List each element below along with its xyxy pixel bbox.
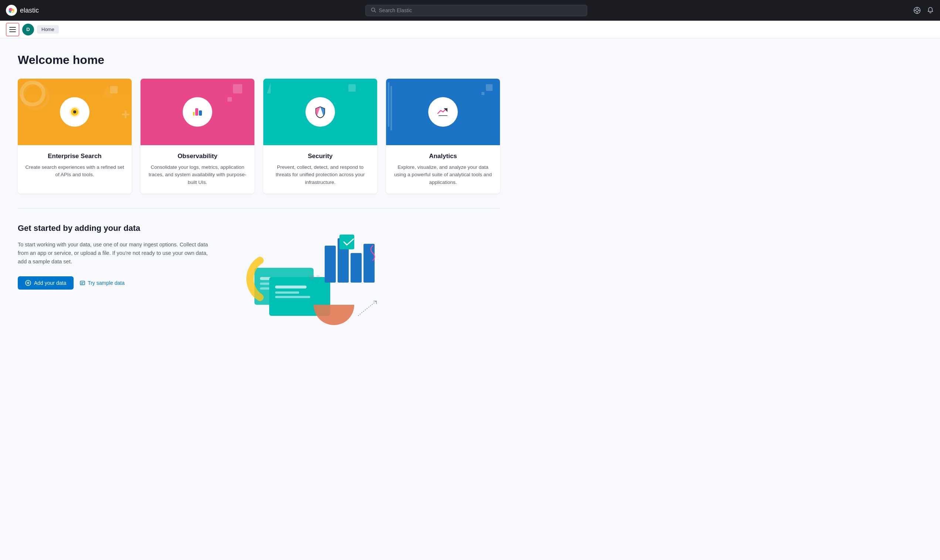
observability-desc: Consolidate your logs, metrics, applicat… xyxy=(148,164,247,186)
try-sample-data-button[interactable]: Try sample data xyxy=(80,280,125,286)
observability-card-body: Observability Consolidate your logs, met… xyxy=(140,145,255,194)
analytics-icon xyxy=(428,97,458,127)
enterprise-search-card[interactable]: + Enterprise Search Create search experi… xyxy=(18,79,132,194)
hamburger-line-3 xyxy=(9,31,16,32)
svg-rect-17 xyxy=(199,111,202,115)
get-started-section: Get started by adding your data To start… xyxy=(18,223,500,327)
add-data-icon xyxy=(25,280,31,286)
observability-card[interactable]: Observability Consolidate your logs, met… xyxy=(140,79,255,194)
observability-icon xyxy=(183,97,212,127)
svg-text:+: + xyxy=(121,106,130,122)
analytics-card-body: Analytics Explore, visualize, and analyz… xyxy=(386,145,500,194)
page-title: Welcome home xyxy=(18,53,500,67)
analytics-card-image xyxy=(386,79,500,145)
observability-card-image xyxy=(140,79,255,145)
nav-icons xyxy=(914,7,934,14)
help-icon-button[interactable] xyxy=(914,7,921,14)
hamburger-menu-button[interactable] xyxy=(6,23,19,36)
elastic-logo[interactable]: elastic xyxy=(6,5,39,16)
svg-marker-19 xyxy=(267,82,271,94)
sub-navigation: D Home xyxy=(0,21,940,38)
user-avatar[interactable]: D xyxy=(22,24,34,35)
security-card-body: Security Prevent, collect, detect, and r… xyxy=(263,145,377,194)
search-bar-wrapper: Search Elastic xyxy=(43,5,909,16)
get-started-illustration xyxy=(232,223,387,327)
logo-text: elastic xyxy=(20,7,39,14)
breadcrumb-home[interactable]: Home xyxy=(37,25,59,34)
observability-title: Observability xyxy=(148,152,247,160)
svg-rect-39 xyxy=(275,291,299,294)
svg-rect-38 xyxy=(275,286,307,289)
svg-rect-20 xyxy=(348,84,356,92)
enterprise-search-card-image: + xyxy=(18,79,132,145)
enterprise-search-desc: Create search experiences with a refined… xyxy=(25,164,124,179)
get-started-actions: Add your data Try sample data xyxy=(18,276,218,289)
svg-line-2 xyxy=(374,11,376,12)
security-card-image xyxy=(263,79,377,145)
svg-rect-14 xyxy=(233,84,242,94)
svg-rect-18 xyxy=(193,112,194,115)
svg-rect-44 xyxy=(364,244,375,283)
svg-rect-21 xyxy=(388,82,389,127)
try-sample-data-label: Try sample data xyxy=(88,280,125,286)
elastic-logo-icon xyxy=(6,5,17,16)
section-divider xyxy=(18,208,500,209)
add-data-button[interactable]: Add your data xyxy=(18,276,74,289)
svg-rect-43 xyxy=(350,253,362,283)
svg-rect-41 xyxy=(325,246,336,283)
analytics-desc: Explore, visualize, and analyze your dat… xyxy=(394,164,492,186)
svg-rect-24 xyxy=(482,92,485,95)
svg-rect-22 xyxy=(391,86,392,131)
hamburger-line-2 xyxy=(9,29,16,30)
svg-rect-47 xyxy=(310,275,314,280)
svg-point-4 xyxy=(916,9,918,12)
security-icon xyxy=(306,97,335,127)
svg-line-46 xyxy=(358,301,377,316)
search-placeholder: Search Elastic xyxy=(379,8,412,13)
svg-rect-10 xyxy=(110,86,117,94)
search-bar[interactable]: Search Elastic xyxy=(365,5,587,16)
svg-point-13 xyxy=(73,111,76,114)
svg-rect-15 xyxy=(227,97,232,102)
search-icon xyxy=(371,8,376,14)
sample-data-icon xyxy=(80,280,85,286)
illustration-svg xyxy=(232,223,387,327)
svg-rect-23 xyxy=(486,84,492,91)
get-started-text-block: Get started by adding your data To start… xyxy=(18,223,218,290)
svg-rect-16 xyxy=(195,108,198,115)
main-content: Welcome home + xyxy=(0,38,518,342)
enterprise-search-title: Enterprise Search xyxy=(25,152,124,160)
get-started-title: Get started by adding your data xyxy=(18,223,218,233)
enterprise-search-icon xyxy=(60,97,90,127)
security-card[interactable]: Security Prevent, collect, detect, and r… xyxy=(263,79,377,194)
add-data-label: Add your data xyxy=(34,280,66,286)
svg-rect-48 xyxy=(316,275,320,278)
svg-rect-45 xyxy=(340,235,354,249)
svg-point-9 xyxy=(22,82,44,105)
security-desc: Prevent, collect, detect, and respond to… xyxy=(271,164,370,186)
notifications-icon-button[interactable] xyxy=(927,7,934,14)
enterprise-search-card-body: Enterprise Search Create search experien… xyxy=(18,145,132,186)
security-title: Security xyxy=(271,152,370,160)
get-started-body: To start working with your data, use one… xyxy=(18,240,218,266)
svg-rect-40 xyxy=(275,296,310,298)
top-navigation: elastic Search Elastic xyxy=(0,0,940,21)
hamburger-line-1 xyxy=(9,27,16,28)
solution-cards-grid: + Enterprise Search Create search experi… xyxy=(18,79,500,194)
analytics-title: Analytics xyxy=(394,152,492,160)
svg-rect-30 xyxy=(80,281,85,285)
analytics-card[interactable]: Analytics Explore, visualize, and analyz… xyxy=(386,79,500,194)
